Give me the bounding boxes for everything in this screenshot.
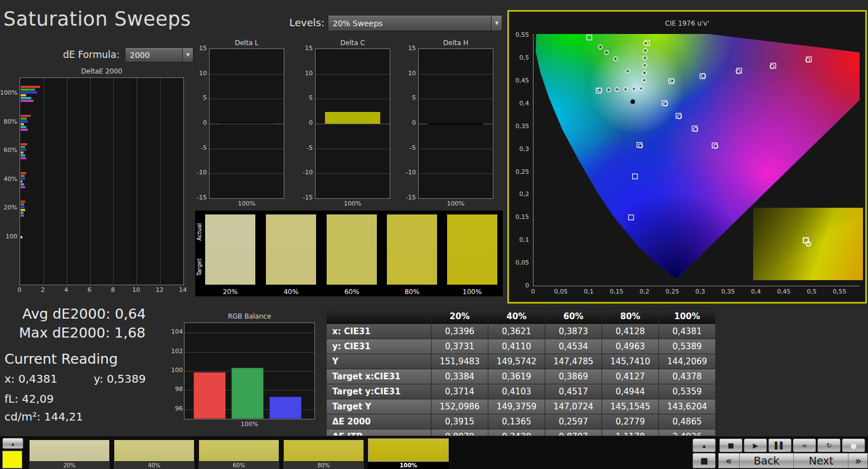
swatch-80% [387,214,437,285]
measurement-dot [633,88,635,90]
row-label: y: CIE31 [327,339,431,354]
swatch-target [447,250,497,285]
delta-l-plot [209,48,284,199]
bar [21,183,24,185]
back-chevron-icon[interactable]: « [719,453,740,468]
measurement-dot [807,60,809,61]
table-cell: 151,9483 [431,354,488,369]
grid-line [419,149,493,149]
y-axis-label: 104 [166,328,183,335]
table-cell: 0,4110 [488,339,545,354]
y-axis-label: 102 [166,348,183,355]
y-axis-label: -15 [297,194,313,201]
grid-line [185,352,314,353]
y-axis-label: 0,3 [509,145,529,153]
x-axis-label: 0 [9,286,30,294]
transport-stop-button[interactable]: ■ [719,438,743,452]
de-formula-dropdown[interactable]: 2000 ▼ [125,47,193,62]
measurement-dot [625,89,627,90]
y-axis-label: 15 [297,45,313,52]
y-axis-label: 5 [191,94,207,101]
reading-y: y: 0,5389 [94,372,146,385]
rgb-plot [184,323,315,419]
delta-l-y-axis: 151050-5-10-15 [191,48,207,199]
x-axis-label: 0,5 [802,288,822,295]
cie-chart-panel[interactable]: CIE 1976 u'v' 0,550,50,450,40,350,30,250… [507,10,867,304]
measurement-dot [617,89,618,90]
y-axis-label: 10 [400,70,416,77]
bar [21,146,25,148]
column-header: 60% [545,309,602,324]
measurement-dot [703,75,705,77]
table-cell: 0,4127 [602,369,659,384]
transport-pause-button[interactable]: ▌▌ [768,438,792,452]
bar [21,175,25,177]
x-axis-label: 0,45 [774,288,794,295]
levels-dropdown[interactable]: 20% Sweeps ▼ [328,15,502,31]
delta-h-y-axis: 151050-5-10-15 [400,48,416,199]
bar [325,112,380,124]
measurement-dot [627,70,629,72]
stop-large-button[interactable]: ■ [692,453,716,468]
swatch-target [387,250,437,285]
rgb-balance-title: RGB Balance [184,312,315,320]
back-button[interactable]: Back [740,453,794,468]
table-cell: 0,3731 [431,339,488,354]
measurement-dot [640,145,642,146]
transport-eject-button[interactable]: ▴ [692,438,716,452]
measurement-dot [645,42,647,44]
next-chevron-icon[interactable]: » [848,453,867,468]
swatch-20% [205,214,255,285]
transport-refresh-button[interactable]: ↻ [817,438,841,452]
y-axis-label: -15 [400,194,416,201]
table-header-row: 20%40%60%80%100% [327,309,716,324]
y-axis-label: -10 [297,169,313,176]
table-cell: 0,3384 [431,369,488,384]
table-cell: 0,3869 [545,369,602,384]
bar [21,214,24,217]
page-title: Saturation Sweeps [3,8,191,30]
y-axis-label: 100 [166,367,183,374]
bar [21,118,27,120]
bar [21,186,25,188]
bar [21,149,26,151]
app-root: Saturation Sweeps Levels: 20% Sweeps ▼ d… [0,0,868,469]
x-axis-label: 0,55 [830,288,850,295]
bar [21,115,31,117]
de-formula-value: 2000 [125,48,182,62]
table-cell: 0,4103 [488,384,545,399]
grid-line [316,149,390,149]
bar [21,94,26,96]
y-axis-label: 0 [191,119,207,126]
delta-c-title: Delta C [315,39,390,47]
grid-line [160,78,161,285]
bar [21,89,35,91]
measurement-table: 20%40%60%80%100%x: CIE310,33960,36210,38… [326,308,716,444]
transport-led-button[interactable]: ● [842,438,865,452]
de-formula-label: dE Formula: [63,49,119,60]
chevron-down-icon: ▼ [491,16,502,31]
grid-line [316,74,390,75]
transport-loop-button[interactable]: ∞ [793,438,816,452]
measurement-dot [644,57,646,59]
grid-line [316,99,390,99]
table-cell: 152,0986 [431,399,488,414]
next-button[interactable]: Next [794,453,848,468]
y-axis-label: 100 [0,233,17,240]
table-row: y: CIE310,37310,41100,45340,49630,5389 [327,339,716,354]
column-header: 80% [602,309,659,324]
delta-l-x-label: 100% [209,200,284,207]
swatch-target [266,250,316,285]
y-axis-label: 15 [191,45,207,52]
grid-line [419,173,493,174]
zoom-measurement-marker [806,241,811,247]
bar [21,129,28,131]
transport-play-button[interactable]: ▶ [744,438,767,452]
bar [219,123,274,124]
bar [21,126,26,128]
bar-green [231,368,264,419]
grid-line [419,74,493,75]
y-axis-label: -5 [297,144,313,152]
bar [21,97,31,99]
table-row: Target x:CIE310,33840,36190,38690,41270,… [327,369,716,384]
